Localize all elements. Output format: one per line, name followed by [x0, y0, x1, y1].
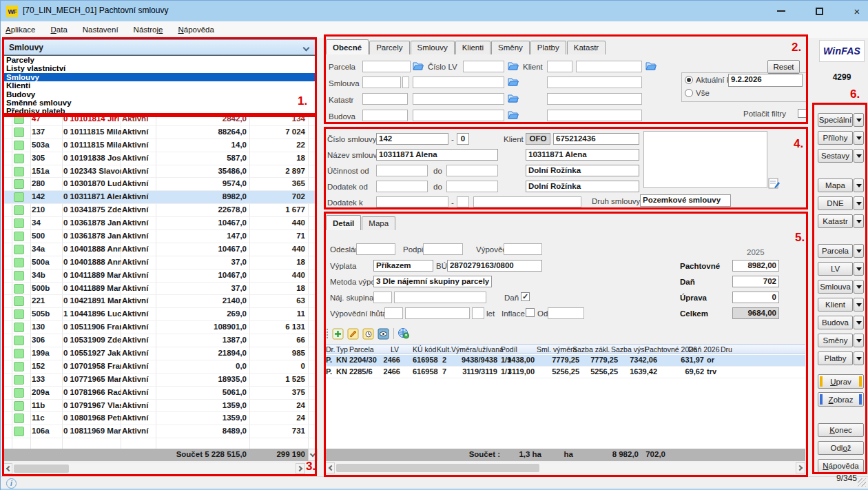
- klient-name-input[interactable]: [576, 61, 642, 72]
- sidebar-dropdown-button[interactable]: Přílohy: [818, 131, 864, 145]
- cislo-smlouvy-input[interactable]: 142: [376, 133, 448, 145]
- parcela-input[interactable]: [362, 61, 411, 72]
- tab-parcely[interactable]: Parcely: [369, 41, 409, 54]
- contract-row[interactable]: 505b 1 10441896 Lucie Aktivní 269,0 11: [3, 308, 316, 321]
- sidebar-dropdown-button[interactable]: Smlouva: [818, 280, 864, 294]
- contract-row[interactable]: 503a 0 10111815 Milada Aktivní 14,0 22: [3, 139, 316, 152]
- sidebar-button-label[interactable]: Sestavy: [818, 149, 853, 163]
- folder-open-icon[interactable]: [645, 61, 657, 71]
- parcel-row[interactable]: P.KN 2285/62466 6169587 3119/31191/1 311…: [325, 367, 805, 378]
- scroll-left-button[interactable]: [3, 463, 12, 474]
- napoveda-button[interactable]: Nápověda: [818, 459, 864, 473]
- sidebar-button-label[interactable]: Speciální: [818, 113, 853, 127]
- dodatek-k-sub-input[interactable]: [457, 196, 469, 207]
- sidebar-button-label[interactable]: Katastr: [818, 214, 853, 228]
- dropdown-arrow-button[interactable]: [854, 316, 864, 329]
- menu-nastroje[interactable]: Nástroje: [134, 25, 163, 34]
- dropdown-item[interactable]: Smlouvy: [3, 73, 316, 81]
- obec-input-2[interactable]: Dolní Rožínka: [526, 181, 639, 192]
- tab-detail[interactable]: Detail: [326, 215, 361, 230]
- contract-row[interactable]: 306 0 10531909 Zdeňka Aktivní 1387,0 66: [3, 334, 316, 347]
- add-icon[interactable]: [331, 327, 344, 340]
- contract-row[interactable]: 221 0 10421891 Marie Aktivní 2140,0 63: [3, 295, 316, 308]
- scroll-down-button[interactable]: [308, 449, 318, 461]
- contract-row[interactable]: 151a 0 102343 Slavomír Aktivní 35486,0 2…: [3, 165, 316, 178]
- sidebar-dropdown-button[interactable]: Budova: [818, 316, 864, 329]
- contract-row[interactable]: 34 0 10361878 Jana Aktivní 10467,0 440: [3, 217, 316, 230]
- scroll-right-button[interactable]: [796, 462, 805, 473]
- folder-open-icon[interactable]: [508, 76, 519, 87]
- dropdown-arrow-button[interactable]: [854, 131, 864, 145]
- dropdown-arrow-button[interactable]: [854, 244, 864, 258]
- smlouva-name-input[interactable]: [413, 76, 504, 88]
- konec-button[interactable]: Konec: [818, 423, 864, 437]
- folder-open-icon[interactable]: [508, 61, 519, 71]
- uprav-button[interactable]: Uprav: [818, 374, 864, 389]
- sidebar-dropdown-button[interactable]: DNE: [818, 196, 864, 210]
- dropdown-arrow-button[interactable]: [854, 214, 864, 228]
- budova-name-input[interactable]: [413, 110, 504, 121]
- parcel-hscrollbar[interactable]: [325, 462, 805, 473]
- vypovedni-years-input[interactable]: [472, 307, 484, 319]
- tab-mapa[interactable]: Mapa: [362, 216, 395, 230]
- tab-smlouvy[interactable]: Smlouvy: [411, 41, 455, 54]
- tab-smeny[interactable]: Směny: [491, 41, 530, 54]
- dropdown-item[interactable]: Listy vlastnictví: [3, 64, 316, 72]
- parcel-row[interactable]: P.KN 2204/302466 6169582 9438/94381/1 94…: [325, 355, 805, 367]
- sidebar-button-label[interactable]: Budova: [818, 316, 853, 329]
- contract-row[interactable]: 106a 0 10811969 Marie Aktivní 8489,0 731: [3, 425, 316, 438]
- dropdown-item[interactable]: Parcely: [3, 56, 316, 64]
- smlouva-extra-input[interactable]: [547, 76, 642, 88]
- poznamka-textarea[interactable]: [643, 131, 767, 188]
- contract-row[interactable]: 133 0 10771965 Margita Aktivní 18935,0 1…: [3, 374, 316, 387]
- sidebar-dropdown-button[interactable]: Speciální: [818, 113, 864, 127]
- potlacit-filtry-checkbox[interactable]: [798, 109, 807, 118]
- contract-row[interactable]: 500a 0 10401888 Anna Aktivní 37,0 18: [3, 256, 316, 269]
- toolbar-drag-handle[interactable]: [326, 328, 329, 339]
- contract-row[interactable]: 11b 0 10791967 Vlastimil Aktivní 1359,0 …: [3, 400, 316, 413]
- cislo-sub-input[interactable]: 0: [457, 133, 469, 145]
- zobraz-button[interactable]: Zobraz: [818, 392, 864, 407]
- naj-skupina-name-input[interactable]: [394, 292, 486, 303]
- inflace-od-input[interactable]: [548, 307, 584, 319]
- minimize-button[interactable]: [765, 1, 797, 21]
- bu-input[interactable]: 2870279163/0800: [447, 260, 542, 272]
- dodatek-k-input[interactable]: [376, 196, 448, 207]
- hscroll-thumb[interactable]: [14, 465, 69, 473]
- dan-checkbox[interactable]: [521, 292, 530, 301]
- contract-row[interactable]: 500 0 10361878 Jana Aktivní 147,0 71: [3, 230, 316, 243]
- dropdown-arrow-button[interactable]: [854, 149, 864, 163]
- dodatek-k-name-input[interactable]: [473, 196, 581, 207]
- browser-view-combobox[interactable]: Smlouvy: [3, 39, 316, 55]
- edit-note-icon[interactable]: [768, 178, 781, 190]
- obec-input-1[interactable]: Dolní Rožínka: [526, 165, 639, 176]
- resize-grip[interactable]: [858, 478, 866, 487]
- druh-smlouvy-input[interactable]: Pozemkové smlouvy: [640, 194, 731, 207]
- contract-row[interactable]: 152 0 10701958 František Aktivní 0,0 0: [3, 360, 316, 374]
- tab-obecne[interactable]: Obecné: [326, 39, 369, 54]
- sidebar-dropdown-button[interactable]: Klient: [818, 298, 864, 312]
- hscroll-thumb[interactable]: [336, 464, 539, 472]
- dropdown-arrow-button[interactable]: [854, 196, 864, 210]
- vse-radio[interactable]: [685, 89, 693, 97]
- klient-ic-input[interactable]: 675212436: [553, 133, 639, 145]
- contract-row[interactable]: 500b 0 10411889 Martina Aktivní 37,0 18: [3, 283, 316, 296]
- menu-napoveda[interactable]: Nápověda: [178, 25, 214, 34]
- contract-row[interactable]: 34a 0 10401888 Anna Aktivní 10467,0 440: [3, 243, 316, 256]
- contract-row[interactable]: 209a 0 10781966 Radek Aktivní 5061,0 375: [3, 387, 316, 400]
- smlouva-sub-input[interactable]: [402, 76, 409, 88]
- dodatek-od-input[interactable]: [376, 181, 428, 192]
- inflace-checkbox[interactable]: [526, 308, 535, 317]
- folder-open-icon[interactable]: [413, 61, 424, 71]
- contract-row[interactable]: 34b 0 10411889 Martina Aktivní 10467,0 4…: [3, 269, 316, 283]
- sidebar-dropdown-button[interactable]: LV: [818, 262, 864, 276]
- naj-skupina-code-input[interactable]: [373, 292, 392, 303]
- sidebar-dropdown-button[interactable]: Parcela: [818, 244, 864, 258]
- sidebar-dropdown-button[interactable]: Směny: [818, 334, 864, 347]
- folder-open-icon[interactable]: [508, 93, 519, 103]
- dropdown-arrow-button[interactable]: [854, 262, 864, 276]
- menu-aplikace[interactable]: Aplikace: [6, 25, 35, 34]
- klient-nazev-input[interactable]: 10311871 Alena: [526, 149, 639, 161]
- tab-platby[interactable]: Platby: [530, 41, 566, 54]
- reset-button[interactable]: Reset: [767, 60, 800, 74]
